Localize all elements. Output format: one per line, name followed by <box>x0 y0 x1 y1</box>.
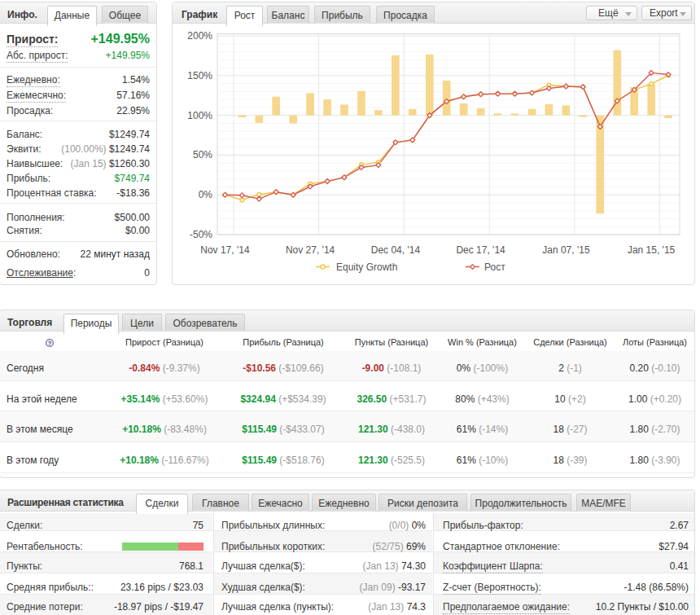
svg-text:Dec 04, '14: Dec 04, '14 <box>371 244 421 256</box>
svg-text:50%: 50% <box>193 149 212 160</box>
svg-text:Jan 07, '15: Jan 07, '15 <box>542 244 590 256</box>
svg-text:?: ? <box>48 340 52 347</box>
svg-text:Jan 15, '15: Jan 15, '15 <box>628 244 676 256</box>
svg-text:150%: 150% <box>187 70 212 81</box>
svg-text:Dec 17, '14: Dec 17, '14 <box>456 244 505 256</box>
svg-text:Рост: Рост <box>484 261 505 273</box>
svg-text:Nov 27, '14: Nov 27, '14 <box>286 244 335 256</box>
svg-text:Nov 17, '14: Nov 17, '14 <box>200 244 250 256</box>
svg-text:0%: 0% <box>199 189 213 200</box>
svg-text:Equity Growth: Equity Growth <box>336 261 397 273</box>
svg-text:200%: 200% <box>187 30 212 42</box>
svg-text:-50%: -50% <box>190 229 212 240</box>
svg-text:100%: 100% <box>187 110 212 121</box>
